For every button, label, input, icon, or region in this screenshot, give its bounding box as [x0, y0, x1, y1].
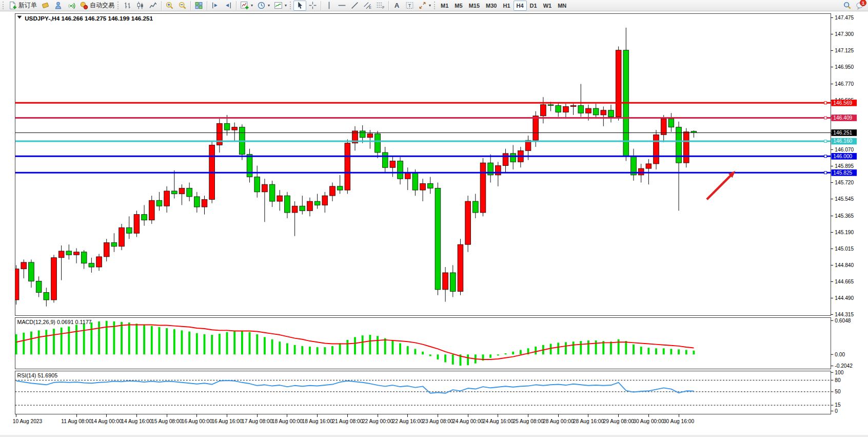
svg-text:147.300: 147.300: [835, 31, 854, 37]
svg-text:15 Aug 08:00: 15 Aug 08:00: [151, 419, 183, 424]
search-button[interactable]: [841, 1, 854, 11]
metaeditor-button[interactable]: [52, 1, 65, 11]
svg-text:80: 80: [835, 377, 841, 383]
candlestick-chart-button[interactable]: [134, 1, 147, 11]
templates-button[interactable]: ▾: [272, 1, 289, 11]
chart-shift-button[interactable]: [222, 1, 234, 11]
svg-text:145.720: 145.720: [835, 180, 854, 185]
timeframe-d1-button[interactable]: D1: [527, 1, 540, 11]
doc-plus-icon: [8, 1, 17, 10]
svg-text:146.770: 146.770: [835, 81, 854, 87]
autoscroll-icon: [211, 1, 220, 10]
svg-text:146.950: 146.950: [835, 64, 854, 70]
window-bottom-edge: [0, 435, 868, 437]
rsi-plot-frame: [15, 371, 831, 414]
timeframe-h4-button[interactable]: H4: [514, 1, 527, 11]
toolbar: 新订单自动交易▾▾▾EFAT▾M1M5M15M30H1H4D1W1MN1: [0, 0, 868, 11]
vertical-line-button[interactable]: [323, 1, 336, 11]
new-order-button-label: 新订单: [18, 1, 37, 10]
line-chart-button[interactable]: [147, 1, 160, 11]
svg-text:0: 0: [835, 408, 838, 414]
signals-button[interactable]: [65, 1, 77, 11]
svg-text:18 Aug 16:00: 18 Aug 16:00: [302, 419, 333, 424]
indicators-button[interactable]: ▾: [238, 1, 255, 11]
svg-text:50: 50: [835, 389, 841, 394]
trendline-button[interactable]: [348, 1, 361, 11]
chevron-down-icon: ▾: [251, 3, 253, 8]
text-button[interactable]: A: [390, 1, 403, 11]
svg-text:100: 100: [835, 370, 843, 375]
timeframe-h1-button[interactable]: H1: [500, 1, 513, 11]
zoom-in-button[interactable]: [163, 1, 176, 11]
indicators-icon: [240, 1, 249, 10]
svg-text:146.569: 146.569: [833, 100, 852, 106]
rsi-label: RSI(14) 51.6905: [17, 372, 58, 378]
svg-text:23 Aug 08:00: 23 Aug 08:00: [422, 419, 453, 424]
svg-text:16 Aug 16:00: 16 Aug 16:00: [211, 419, 243, 424]
bar-chart-button[interactable]: [121, 1, 134, 11]
bars-icon: [123, 1, 132, 10]
svg-text:25 Aug 08:00: 25 Aug 08:00: [512, 419, 544, 424]
linechart-icon: [149, 1, 157, 10]
chart-area[interactable]: 147.475147.300147.125146.950146.770146.5…: [0, 11, 868, 437]
svg-text:144.665: 144.665: [835, 279, 854, 284]
trendline-icon: [350, 1, 359, 10]
autotrading-button-label: 自动交易: [90, 1, 114, 10]
mt4-window: 新订单自动交易▾▾▾EFAT▾M1M5M15M30H1H4D1W1MN1 147…: [0, 0, 868, 437]
fibonacci-button[interactable]: F: [374, 1, 387, 11]
chart-title: USDJPY-,H4 146.266 146.275 146.199 146.2…: [25, 15, 153, 22]
svg-text:146.070: 146.070: [835, 147, 854, 153]
tile-windows-button[interactable]: [192, 1, 205, 11]
tile-icon: [194, 1, 203, 10]
macd-label: MACD(12,26,9) 0.0691 0.1177: [17, 319, 92, 325]
svg-text:144.840: 144.840: [835, 262, 854, 268]
svg-text:146.000: 146.000: [833, 154, 852, 159]
svg-text:147.125: 147.125: [835, 48, 854, 53]
svg-text:0.00: 0.00: [835, 352, 845, 357]
svg-text:22 Aug 00:00: 22 Aug 00:00: [362, 419, 393, 424]
new-order-button[interactable]: 新订单: [6, 1, 39, 11]
horizontal-line-button[interactable]: [336, 1, 348, 11]
crosshair-button[interactable]: [306, 1, 319, 11]
chevron-down-icon: ▾: [285, 3, 287, 8]
svg-text:30 Aug 16:00: 30 Aug 16:00: [663, 419, 695, 424]
equidistant-channel-button[interactable]: E: [361, 1, 374, 11]
svg-text:146.409: 146.409: [833, 115, 852, 121]
textT-icon: T: [405, 1, 414, 10]
timeframe-mn-button[interactable]: MN: [555, 1, 569, 11]
cursor-button[interactable]: [293, 1, 306, 11]
chat-button[interactable]: 1: [854, 1, 866, 11]
timeframe-m15-button[interactable]: M15: [466, 1, 483, 11]
svg-text:146.160: 146.160: [833, 138, 852, 144]
svg-text:145.015: 145.015: [835, 246, 854, 252]
timeframe-m5-button[interactable]: M5: [451, 1, 465, 11]
timeframe-w1-button[interactable]: W1: [540, 1, 555, 11]
new-chart-button[interactable]: [39, 1, 52, 11]
auto-scroll-button[interactable]: [209, 1, 222, 11]
candles-icon: [136, 1, 145, 10]
svg-text:15: 15: [835, 403, 841, 408]
svg-text:18 Aug 00:00: 18 Aug 00:00: [272, 419, 303, 424]
svg-text:T: T: [408, 3, 411, 8]
notification-badge: 1: [860, 0, 866, 6]
chevron-down-icon: ▾: [429, 3, 431, 8]
cursor-icon: [295, 1, 304, 10]
svg-text:0.6048: 0.6048: [835, 318, 851, 324]
svg-text:24 Aug 16:00: 24 Aug 16:00: [483, 419, 514, 424]
periods-button[interactable]: ▾: [255, 1, 272, 11]
autotrading-button[interactable]: 自动交易: [77, 1, 116, 11]
svg-text:A: A: [394, 2, 400, 9]
svg-text:145.545: 145.545: [835, 196, 854, 202]
text-label-button[interactable]: T: [403, 1, 416, 11]
zoom-out-button[interactable]: [176, 1, 189, 11]
svg-text:21 Aug 08:00: 21 Aug 08:00: [332, 419, 363, 424]
timeframe-m30-button[interactable]: M30: [483, 1, 500, 11]
svg-text:11 Aug 08:00: 11 Aug 08:00: [61, 419, 92, 424]
timeframe-m1-button[interactable]: M1: [438, 1, 451, 11]
textA-icon: A: [392, 1, 401, 10]
person-icon: [54, 1, 63, 10]
svg-text:30 Aug 00:00: 30 Aug 00:00: [633, 419, 664, 424]
svg-text:-0.2042: -0.2042: [835, 363, 853, 369]
svg-text:145.190: 145.190: [835, 230, 854, 235]
arrows-button[interactable]: ▾: [416, 1, 433, 11]
